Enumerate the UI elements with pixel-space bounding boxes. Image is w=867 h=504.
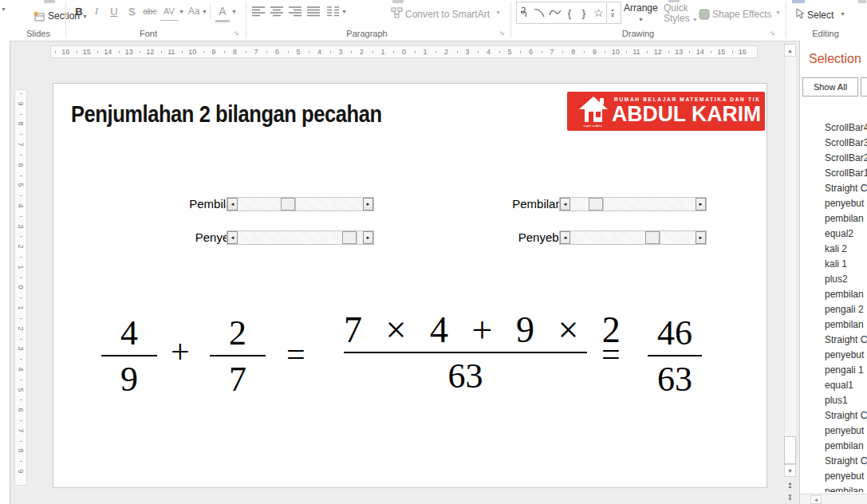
show-all-button[interactable]: Show All bbox=[802, 77, 858, 96]
curve-shape-icon[interactable] bbox=[532, 6, 547, 19]
previous-slide-button[interactable]: ▲▲ bbox=[784, 479, 796, 490]
scroll-right-button[interactable]: ► bbox=[363, 198, 373, 211]
scroll-left-button[interactable]: ◄ bbox=[560, 231, 570, 244]
convert-smartart-button[interactable]: Convert to SmartArt bbox=[405, 6, 490, 23]
character-spacing-button[interactable]: AV bbox=[160, 2, 178, 21]
columns-caret[interactable]: ▼ bbox=[341, 9, 347, 14]
ruler-number: 10 bbox=[605, 46, 626, 57]
scroll-left-button[interactable]: ◄ bbox=[560, 198, 570, 211]
selection-pane-item[interactable]: ScrollBar2 bbox=[800, 151, 867, 166]
selection-pane-item[interactable]: Straight C bbox=[800, 454, 867, 469]
scroll-up-button[interactable]: ▲ bbox=[784, 44, 796, 57]
penyebut1-scrollbar[interactable]: ◄ ► bbox=[227, 230, 374, 245]
equals-sign-2[interactable]: = bbox=[601, 337, 621, 371]
strikethrough-button[interactable]: abc bbox=[140, 2, 160, 20]
vertical-scrollbar-thumb[interactable] bbox=[784, 436, 796, 464]
character-spacing-caret[interactable]: ▼ bbox=[179, 9, 184, 14]
align-center-button[interactable] bbox=[270, 6, 283, 17]
next-slide-button[interactable]: ▼▼ bbox=[784, 492, 796, 503]
selection-pane-item[interactable]: plus1 bbox=[800, 393, 867, 408]
scroll-thumb[interactable] bbox=[589, 198, 603, 211]
selection-pane-item[interactable]: pembilan bbox=[800, 439, 867, 454]
fraction-2[interactable]: 2 7 bbox=[210, 313, 266, 400]
scroll-right-button[interactable]: ► bbox=[696, 231, 706, 244]
clipped-dropdown-caret[interactable]: ▼ bbox=[1, 6, 6, 12]
selection-pane-item[interactable]: ScrollBar4 bbox=[800, 120, 867, 136]
selection-pane-item[interactable]: Straight C bbox=[800, 408, 867, 423]
ruler-number: 8 bbox=[15, 441, 26, 462]
scroll-thumb[interactable] bbox=[645, 231, 660, 244]
selection-pane-item[interactable]: penyebut bbox=[800, 423, 867, 439]
scroll-down-button[interactable]: ▼ bbox=[784, 464, 796, 477]
paragraph-dialog-launcher[interactable]: ⇘ bbox=[499, 30, 507, 37]
slide-canvas[interactable]: Penjumlahan 2 bilangan pecahan RUMAH BEL… bbox=[53, 83, 767, 488]
selection-pane-item[interactable]: kali 2 bbox=[800, 242, 867, 257]
scribble-shape-icon[interactable] bbox=[517, 6, 532, 19]
pembilang2-scrollbar[interactable]: ◄ ► bbox=[559, 197, 707, 211]
freeform-shape-icon[interactable] bbox=[547, 6, 562, 19]
selection-pane-item[interactable]: penyebut bbox=[800, 348, 867, 363]
selection-pane-item[interactable]: plus2 bbox=[800, 272, 867, 287]
scroll-left-button[interactable]: ◄ bbox=[227, 231, 238, 244]
arrange-button[interactable]: Arrange ▼ bbox=[624, 2, 658, 22]
fraction-result[interactable]: 46 63 bbox=[648, 313, 702, 400]
scroll-left-button[interactable]: ◄ bbox=[227, 198, 238, 211]
slide-thumbnail-panel[interactable] bbox=[0, 41, 10, 504]
gallery-more-button[interactable]: ▲▼ bbox=[606, 3, 618, 22]
selection-pane-item[interactable]: pembilan bbox=[800, 317, 867, 333]
selection-pane-item[interactable]: pengali 1 bbox=[800, 363, 867, 378]
scroll-thumb[interactable] bbox=[342, 231, 357, 244]
result-numerator: 46 bbox=[648, 313, 702, 353]
selection-pane-item[interactable]: ScrollBar1 bbox=[800, 166, 867, 181]
selection-pane-item[interactable]: pembilan bbox=[800, 484, 867, 492]
left-brace-shape-icon[interactable]: { bbox=[562, 7, 577, 19]
selection-pane-item[interactable]: ScrollBar3 bbox=[800, 136, 867, 151]
selection-pane-item[interactable]: kali 1 bbox=[800, 257, 867, 272]
change-case-button[interactable]: Aa bbox=[186, 2, 202, 20]
font-color-button[interactable]: A bbox=[215, 2, 230, 22]
pane-scroll-left-button[interactable]: ◄ bbox=[810, 495, 822, 504]
drawing-dialog-launcher[interactable]: ⇘ bbox=[770, 30, 778, 37]
equals-sign-1[interactable]: = bbox=[286, 337, 305, 371]
selection-pane-item[interactable]: pembilan bbox=[800, 211, 867, 226]
align-left-button[interactable] bbox=[252, 6, 265, 17]
italic-button[interactable]: I bbox=[89, 2, 104, 20]
scroll-thumb[interactable] bbox=[281, 198, 295, 211]
scroll-right-button[interactable]: ► bbox=[363, 231, 373, 244]
select-button[interactable]: Select bbox=[807, 6, 834, 24]
text-shadow-button[interactable]: S bbox=[124, 2, 139, 20]
right-brace-shape-icon[interactable]: } bbox=[577, 7, 591, 19]
penyebut2-scrollbar[interactable]: ◄ ► bbox=[559, 230, 707, 245]
slide-title[interactable]: Penjumlahan 2 bilangan pecahan bbox=[71, 101, 382, 128]
selection-pane-item[interactable]: Straight C bbox=[800, 181, 867, 196]
selection-pane-item[interactable]: pembilan bbox=[800, 287, 867, 302]
vertical-scrollbar-track[interactable] bbox=[784, 57, 796, 436]
abdul-karim-logo[interactable]: RUMAH BELAJAR MATEMATIKA DAN TIK ABDUL K… bbox=[567, 92, 765, 131]
ruler-number: 6 bbox=[15, 155, 26, 175]
fraction-expanded[interactable]: 7 × 4 + 9 × 2 63 bbox=[344, 310, 587, 396]
align-right-button[interactable] bbox=[289, 6, 301, 17]
change-case-caret[interactable]: ▼ bbox=[202, 9, 207, 14]
selection-pane-hscrollbar[interactable]: ◄ bbox=[800, 494, 867, 504]
bold-button[interactable]: B bbox=[72, 2, 86, 20]
columns-button[interactable] bbox=[327, 6, 339, 17]
shape-effects-button[interactable]: Shape Effects bbox=[712, 6, 772, 23]
justify-button[interactable] bbox=[307, 6, 320, 17]
fraction-1[interactable]: 4 9 bbox=[101, 313, 157, 400]
selection-pane-item[interactable]: penyebut bbox=[800, 469, 867, 484]
scroll-right-button[interactable]: ► bbox=[696, 198, 706, 211]
plus-sign[interactable]: + bbox=[171, 335, 190, 368]
star-shape-icon[interactable]: ☆ bbox=[591, 6, 606, 19]
selection-pane-item[interactable]: equal2 bbox=[800, 226, 867, 242]
underline-button[interactable]: U bbox=[107, 2, 121, 20]
selection-pane-item[interactable]: pengali 2 bbox=[800, 302, 867, 317]
powerpoint-window: { "ribbon": { "groups": {"slides":"Slide… bbox=[0, 0, 867, 504]
pembilang1-scrollbar[interactable]: ◄ ► bbox=[227, 197, 374, 211]
hide-all-button-partial[interactable] bbox=[861, 77, 867, 96]
font-color-caret[interactable]: ▼ bbox=[231, 9, 237, 14]
font-dialog-launcher[interactable]: ⇘ bbox=[234, 30, 242, 37]
quick-styles-button[interactable]: Quick Styles ▼ bbox=[664, 3, 698, 25]
selection-pane-item[interactable]: equal1 bbox=[800, 378, 867, 393]
selection-pane-item[interactable]: Straight C bbox=[800, 333, 867, 348]
selection-pane-item[interactable]: penyebut bbox=[800, 196, 867, 211]
